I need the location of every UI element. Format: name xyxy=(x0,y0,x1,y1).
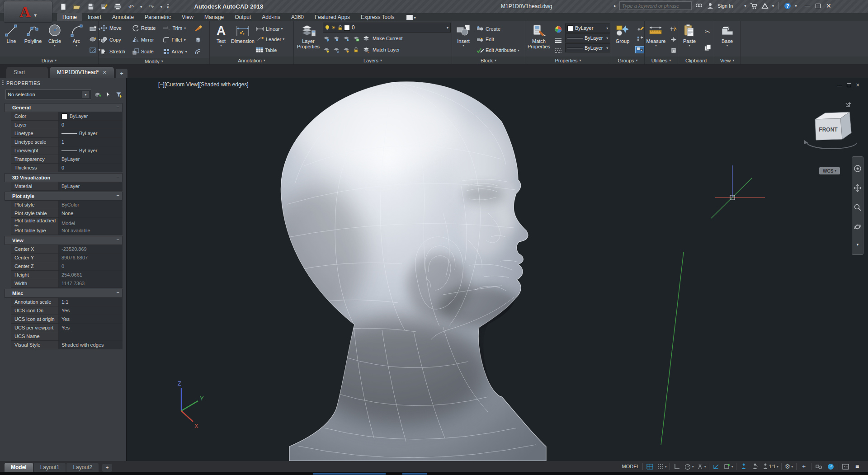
layer-on-toggle-icon[interactable] xyxy=(323,47,330,53)
annotation-monitor-button[interactable]: + xyxy=(799,462,808,471)
restore-button[interactable] xyxy=(816,4,821,8)
search-input[interactable] xyxy=(619,1,692,10)
pan-icon[interactable] xyxy=(854,184,862,192)
undo-caret-icon[interactable]: ▾ xyxy=(140,5,142,9)
workspace-switch-button[interactable]: ⚙▾ xyxy=(784,462,793,471)
layer-previous-icon[interactable] xyxy=(333,47,340,53)
minimize-button[interactable]: — xyxy=(805,3,810,9)
property-row[interactable]: Plot table typeNot available xyxy=(11,226,123,235)
table-button[interactable]: Table xyxy=(255,47,292,53)
section-misc[interactable]: Misc− xyxy=(5,289,123,298)
fillet-button[interactable]: Fillet▾ xyxy=(163,37,192,43)
arc-button[interactable]: Arc ▾ xyxy=(66,23,87,56)
close-tab-icon[interactable]: ✕ xyxy=(103,70,107,75)
polyline-button[interactable]: Polyline xyxy=(23,23,43,56)
quick-select-icon[interactable] xyxy=(114,90,123,99)
array-button[interactable]: Array▾ xyxy=(163,48,192,55)
collapse-icon[interactable]: − xyxy=(117,104,119,109)
section-view[interactable]: View− xyxy=(5,236,123,245)
layout-tab-model[interactable]: Model xyxy=(5,463,33,472)
group-selection-toggle-icon[interactable] xyxy=(635,46,644,53)
ortho-toggle[interactable] xyxy=(673,462,682,471)
orbit-icon[interactable] xyxy=(854,223,862,231)
linetype-icon[interactable] xyxy=(554,48,563,53)
panel-label-clipboard[interactable]: Clipboard xyxy=(678,56,714,64)
pickadd-toggle-icon[interactable] xyxy=(94,90,102,99)
layer-select-dropdown[interactable]: ☀ 0 ▾ xyxy=(323,23,451,33)
edit-attributes-button[interactable]: Edit Attributes▾ xyxy=(476,47,521,53)
ribbon-display-toggle[interactable]: ▾ xyxy=(406,15,416,21)
annotation-scale-button[interactable]: 1:1▾ xyxy=(763,462,778,471)
tab-featured-apps[interactable]: Featured Apps xyxy=(309,13,355,21)
tab-view[interactable]: View xyxy=(176,13,199,21)
polar-caret-icon[interactable]: ▾ xyxy=(692,465,694,469)
property-row[interactable]: Linetype scale1 xyxy=(11,138,123,146)
layer-off-icon[interactable] xyxy=(343,36,350,42)
property-row[interactable]: UCS icon at originYes xyxy=(11,315,123,324)
zoom-icon[interactable] xyxy=(854,203,862,212)
layer-properties-button[interactable]: Layer Properties xyxy=(295,23,322,56)
property-row[interactable]: Center Z0 xyxy=(11,262,123,271)
new-tab-button[interactable]: + xyxy=(116,69,127,78)
dimension-button[interactable]: Dimension xyxy=(232,23,253,56)
osnap-tracking-toggle[interactable] xyxy=(712,462,721,471)
text-button[interactable]: A Text ▾ xyxy=(211,23,231,56)
redo-button[interactable]: ↷ xyxy=(147,3,156,11)
file-tab-start[interactable]: Start xyxy=(6,67,48,78)
group-edit-icon[interactable] xyxy=(635,26,645,31)
panel-label-draw[interactable]: Draw▾ xyxy=(0,56,98,64)
property-row[interactable]: UCS Name xyxy=(11,332,123,341)
drawing-minimize-icon[interactable]: — xyxy=(837,83,842,88)
section-3d-visualization[interactable]: 3D Visualization− xyxy=(5,173,123,182)
property-row[interactable]: UCS icon OnYes xyxy=(11,306,123,315)
property-row[interactable]: Plot table attached toModel xyxy=(11,218,123,226)
edit-block-button[interactable]: Edit xyxy=(476,37,521,42)
cut-icon[interactable]: ✂ xyxy=(702,28,713,35)
mirror-button[interactable]: Mirror xyxy=(132,37,161,43)
calculator-icon[interactable] xyxy=(669,47,679,53)
match-properties-button[interactable]: Match Properties xyxy=(526,23,552,56)
layer-freeze-icon[interactable] xyxy=(333,36,340,42)
group-button[interactable]: Group xyxy=(612,23,633,56)
make-current-button[interactable]: Make Current xyxy=(373,36,403,41)
panel-label-view[interactable]: View▾ xyxy=(714,56,740,64)
panel-label-groups[interactable]: Groups▾ xyxy=(611,56,644,64)
file-tab-document[interactable]: M1P1D0V1head* ✕ xyxy=(50,67,114,78)
section-plot-style[interactable]: Plot style− xyxy=(5,192,123,201)
rotate-button[interactable]: Rotate xyxy=(132,24,161,32)
panel-label-annotation[interactable]: Annotation▾ xyxy=(210,56,293,64)
property-row[interactable]: Center Y89076.6807 xyxy=(11,254,123,262)
osnap-caret-icon[interactable]: ▾ xyxy=(731,465,733,469)
measure-button[interactable]: Measure ▾ xyxy=(646,23,666,56)
sign-in-caret-icon[interactable]: ▾ xyxy=(744,4,746,8)
match-layer-button[interactable]: Match Layer xyxy=(373,47,400,52)
erase-button[interactable] xyxy=(194,24,208,32)
linetype-dropdown[interactable]: ByLayer▾ xyxy=(565,43,610,52)
quick-calc-icon[interactable] xyxy=(669,26,679,32)
insert-block-button[interactable]: Insert ▾ xyxy=(453,23,474,56)
polar-tracking-toggle[interactable]: ▾ xyxy=(684,462,694,471)
property-row[interactable]: Visual StyleShaded with edges xyxy=(11,341,123,349)
object-snap-toggle[interactable]: ▾ xyxy=(724,462,733,471)
open-button[interactable] xyxy=(72,3,81,11)
viewcube[interactable]: FRONT xyxy=(802,100,866,152)
base-button[interactable]: Base ▾ xyxy=(717,23,738,56)
collapse-icon[interactable]: − xyxy=(117,174,119,179)
id-point-icon[interactable] xyxy=(669,37,679,42)
linear-button[interactable]: Linear▾ xyxy=(255,26,292,32)
palette-grip-icon[interactable] xyxy=(2,80,4,86)
clean-screen-button[interactable] xyxy=(841,462,850,471)
paste-button[interactable]: Paste ▾ xyxy=(679,23,700,56)
grid-toggle[interactable] xyxy=(646,462,655,471)
qat-customize-button[interactable]: ▾ xyxy=(167,4,169,9)
explode-button[interactable] xyxy=(194,36,208,43)
search-icon[interactable] xyxy=(695,2,703,10)
new-layout-button[interactable]: + xyxy=(102,464,112,472)
palette-header[interactable]: PROPERTIES xyxy=(0,78,126,89)
save-button[interactable] xyxy=(86,3,95,11)
property-row[interactable]: TransparencyByLayer xyxy=(11,155,123,164)
wcs-dropdown[interactable]: WCS ▾ xyxy=(819,167,840,174)
panel-label-layers[interactable]: Layers▾ xyxy=(294,56,452,64)
viewport-controls[interactable]: [−][Custom View][Shaded with edges] xyxy=(158,81,249,88)
property-row[interactable]: Plot style tableNone xyxy=(11,209,123,218)
